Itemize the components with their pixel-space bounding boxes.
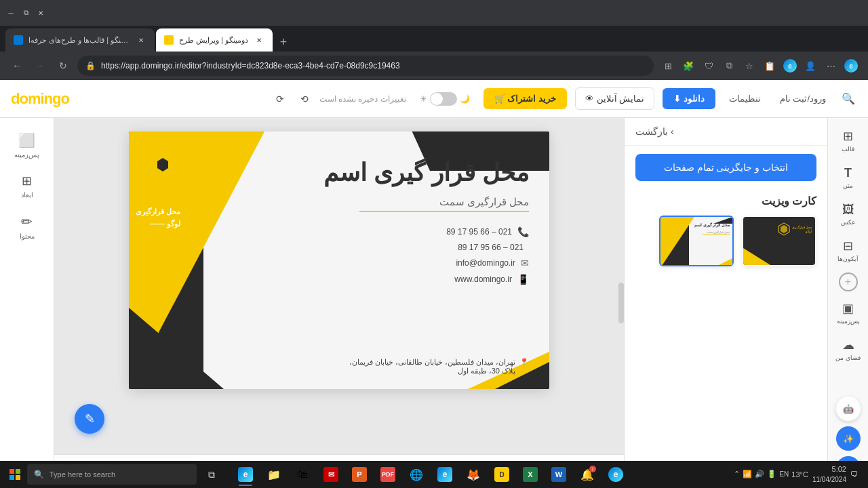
rail-text[interactable]: T متن (832, 160, 865, 195)
browser-actions: ⊞ 🧩 🛡 ⧉ ☆ 📋 e 👤 ⋯ e (659, 57, 860, 75)
taskbar-pdf[interactable]: PDF (374, 462, 401, 487)
tab-close-2[interactable]: ✕ (254, 35, 264, 45)
domingo-taskbar-icon: D (494, 467, 509, 482)
redo-button[interactable]: ⟳ (271, 89, 290, 108)
rail-template-label: قالب (842, 146, 854, 153)
taskbar-search-box[interactable]: 🔍 Type here to search (27, 464, 197, 485)
clock-date: 11/04/2024 (812, 475, 846, 485)
tool-dimensions-label: ابعاد (21, 191, 33, 199)
mini-tri (660, 217, 694, 265)
ai-assist-btn[interactable]: 🤖 (836, 396, 861, 421)
copilot-side-btn[interactable]: e (842, 57, 860, 75)
login-link[interactable]: ورود/ثبت نام (774, 94, 831, 104)
extensions-btn[interactable]: 🧩 (679, 57, 697, 75)
ai-magic-btn[interactable]: ✨ (836, 426, 861, 451)
undo-button[interactable]: ⟲ (295, 89, 314, 108)
tool-dimensions[interactable]: ⊞ ابعاد (5, 167, 49, 205)
refresh-button[interactable]: ↻ (54, 57, 72, 75)
fab-button[interactable]: ✎ (75, 404, 104, 434)
address-text: https://app.domingo.ir/editor?industryId… (101, 61, 646, 70)
rail-myspace[interactable]: ☁ فضای من (832, 332, 865, 367)
profile-btn[interactable]: 👤 (802, 57, 819, 75)
rail-add-button[interactable]: + (839, 272, 858, 291)
settings-link[interactable]: تنظیمات (724, 94, 766, 104)
maximize-button[interactable]: ⧉ (20, 7, 31, 18)
rail-text-label: متن (843, 182, 853, 190)
mini-title: محل قرارگیری سمت (707, 230, 730, 234)
more-btn[interactable]: ⋯ (822, 57, 840, 75)
taskbar-powerpoint[interactable]: P (346, 462, 373, 487)
address-bar[interactable]: 🔒 https://app.domingo.ir/editor?industry… (77, 56, 654, 76)
mini-card-2: محل قرار گیری اسم محل قرارگیری سمت (660, 217, 732, 265)
shield-btn[interactable]: 🛡 (700, 57, 717, 75)
rail-photo[interactable]: 🖼 عکس (832, 197, 865, 232)
email-icon: ✉ (521, 258, 529, 268)
copilot-btn[interactable]: e (781, 57, 799, 75)
tab-2[interactable]: دومینگو | ویرایش طرح ✕ (156, 28, 273, 52)
taskbar-clock[interactable]: 5:02 11/04/2024 (812, 464, 846, 484)
chevron-up-icon[interactable]: ⌃ (734, 470, 740, 479)
tab-1[interactable]: دومینگو | قالب‌ها و طرح‌های حرفه‌ا... ✕ (5, 28, 155, 52)
notification-badge: ! (589, 466, 596, 472)
taskbar-excel[interactable]: X (517, 462, 544, 487)
card-thumb-1[interactable]: محل قرارگیریلوگو (742, 216, 816, 266)
dark-mode-toggle[interactable]: ☀ 🌙 (420, 92, 470, 106)
taskbar-word[interactable]: W (545, 462, 572, 487)
close-button[interactable]: ✕ (35, 7, 46, 18)
network-icon[interactable]: 📶 (743, 470, 752, 479)
phone2-text: 021 – 66 95 17 89 (458, 243, 524, 252)
split-btn[interactable]: ⧉ (720, 57, 738, 75)
business-card[interactable]: محل قرارگیری لوگو —— محل قرار گیری اسم م… (129, 131, 549, 389)
tool-background[interactable]: ⬜ پس‌زمینه (5, 126, 49, 164)
canvas-area[interactable]: محل قرارگیری لوگو —— محل قرار گیری اسم م… (54, 118, 624, 488)
notification-center-icon[interactable]: 🗨 (850, 470, 859, 479)
tab-close-1[interactable]: ✕ (136, 35, 146, 45)
select-all-pages-btn[interactable]: انتخاب و جایگزینی تمام صفحات (635, 154, 816, 181)
favorites-btn[interactable]: ☆ (741, 57, 758, 75)
collections-btn[interactable]: 📋 (761, 57, 778, 75)
rail-template[interactable]: ⊞ قالب (832, 123, 865, 159)
new-tab-button[interactable]: + (274, 33, 293, 52)
taskbar-edge2[interactable]: e (431, 462, 458, 487)
address-text: تهران، میدان فلسطین، خیابان طالقانی، خیا… (339, 358, 515, 375)
back-button[interactable]: ← (8, 57, 26, 75)
windows-logo-icon (9, 469, 20, 480)
taskbar-copilot[interactable]: e (602, 462, 629, 487)
svg-rect-9 (16, 475, 20, 480)
battery-icon[interactable]: 🔋 (767, 470, 776, 479)
keyboard-icon: EN (779, 470, 789, 478)
tab-title-1: دومینگو | قالب‌ها و طرح‌های حرفه‌ا... (28, 36, 130, 45)
tabs-action[interactable]: ⊞ (659, 57, 677, 75)
taskbar-edge[interactable]: e (232, 462, 259, 487)
sun-icon: ☀ (420, 94, 427, 104)
buy-btn[interactable]: خرید اشتراک 🛒 (484, 88, 567, 109)
contact-phone1: 📞 021 – 66 95 17 89 (446, 226, 529, 237)
preview-btn[interactable]: نمایش آنلاین 👁 (575, 87, 654, 110)
card-address: 📍 تهران، میدان فلسطین، خیابان طالقانی، خ… (339, 358, 529, 375)
logo-line2: لوگو —— (136, 218, 180, 230)
back-button[interactable]: › بازگشت (635, 126, 674, 137)
search-btn[interactable]: 🔍 (840, 90, 857, 108)
taskbar-chrome[interactable]: 🌐 (403, 462, 430, 487)
taskbar-mail[interactable]: ✉ (317, 462, 344, 487)
taskbar-firefox[interactable]: 🦊 (460, 462, 487, 487)
main-content: ⬜ پس‌زمینه ⊞ ابعاد ✏ محتوا (0, 118, 868, 488)
task-view-button[interactable]: ⧉ (198, 462, 225, 487)
rail-icons[interactable]: ⊟ آیکون‌ها (832, 233, 865, 268)
rail-background[interactable]: ▣ پس‌زمینه (832, 296, 865, 331)
tool-content[interactable]: ✏ محتوا (5, 207, 49, 245)
download-btn[interactable]: دانلود ⬇ (663, 88, 715, 109)
header-save-area: ⟳ ⟲ تغییرات ذخیره نشده است (271, 89, 406, 108)
taskbar-notification[interactable]: 🔔 ! (574, 462, 601, 487)
forward-button[interactable]: → (31, 57, 49, 75)
scroll-handle[interactable] (618, 283, 624, 323)
taskbar-store[interactable]: 🛍 (289, 462, 316, 487)
minimize-button[interactable]: ─ (5, 7, 16, 18)
windows-start-button[interactable] (4, 464, 26, 485)
toggle-switch[interactable] (430, 92, 457, 106)
card-thumb-2[interactable]: محل قرار گیری اسم محل قرارگیری سمت (659, 216, 734, 266)
volume-icon[interactable]: 🔊 (755, 470, 764, 479)
browser-chrome: ─ ⧉ ✕ دومینگو | قالب‌ها و طرح‌های حرفه‌ا… (0, 0, 868, 80)
taskbar-domingo[interactable]: D (488, 462, 515, 487)
taskbar-explorer[interactable]: 📁 (260, 462, 288, 487)
